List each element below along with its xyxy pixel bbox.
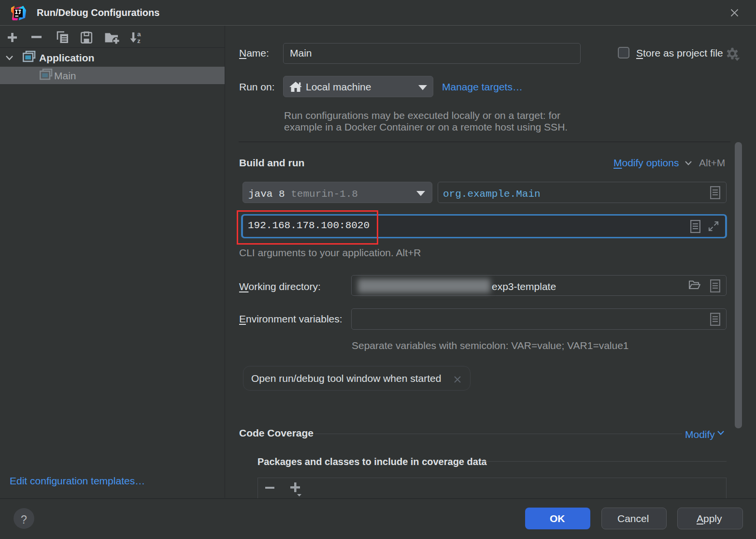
svg-text:z: z <box>137 37 141 44</box>
svg-text:a: a <box>137 30 141 38</box>
